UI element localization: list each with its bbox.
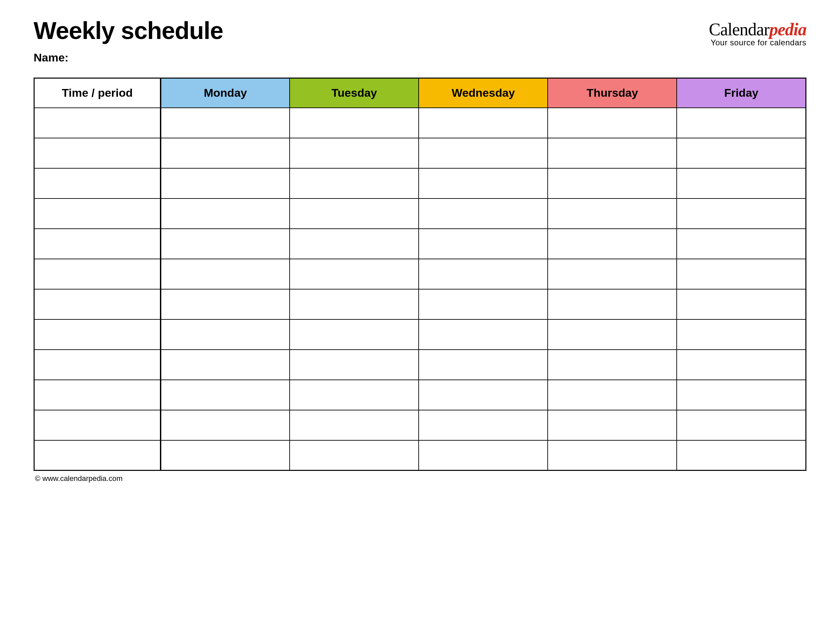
column-header-monday: Monday: [161, 78, 290, 108]
table-cell[interactable]: [418, 320, 548, 350]
title-block: Weekly schedule Name:: [33, 17, 223, 64]
table-cell[interactable]: [34, 350, 161, 380]
table-cell[interactable]: [161, 289, 290, 320]
table-cell[interactable]: [548, 440, 677, 471]
table-row: [34, 168, 806, 198]
table-cell[interactable]: [418, 380, 548, 410]
table-cell[interactable]: [418, 138, 548, 168]
table-row: [34, 320, 806, 350]
table-cell[interactable]: [290, 229, 418, 259]
table-cell[interactable]: [677, 198, 806, 229]
table-cell[interactable]: [418, 410, 548, 440]
table-row: [34, 440, 806, 471]
table-cell[interactable]: [677, 410, 806, 440]
table-cell[interactable]: [677, 229, 806, 259]
table-cell[interactable]: [548, 108, 677, 138]
table-row: [34, 198, 806, 229]
table-cell[interactable]: [677, 168, 806, 198]
table-cell[interactable]: [161, 440, 290, 471]
table-body: [34, 108, 806, 471]
table-cell[interactable]: [34, 138, 161, 168]
table-row: [34, 289, 806, 320]
table-cell[interactable]: [418, 168, 548, 198]
brand-tagline: Your source for calendars: [709, 38, 807, 47]
table-cell[interactable]: [34, 320, 161, 350]
column-header-tuesday: Tuesday: [290, 78, 418, 108]
table-cell[interactable]: [34, 440, 161, 471]
table-cell[interactable]: [548, 350, 677, 380]
column-header-wednesday: Wednesday: [418, 78, 548, 108]
table-cell[interactable]: [418, 259, 548, 289]
table-row: [34, 138, 806, 168]
table-cell[interactable]: [418, 108, 548, 138]
brand-logo-part1: Calendar: [709, 20, 769, 39]
table-cell[interactable]: [161, 320, 290, 350]
table-cell[interactable]: [161, 380, 290, 410]
table-row: [34, 350, 806, 380]
table-cell[interactable]: [290, 440, 418, 471]
table-cell[interactable]: [161, 259, 290, 289]
table-row: [34, 380, 806, 410]
table-cell[interactable]: [161, 350, 290, 380]
table-cell[interactable]: [290, 138, 418, 168]
table-cell[interactable]: [34, 168, 161, 198]
table-cell[interactable]: [290, 198, 418, 229]
table-cell[interactable]: [677, 108, 806, 138]
table-cell[interactable]: [290, 350, 418, 380]
table-cell[interactable]: [548, 198, 677, 229]
table-cell[interactable]: [34, 198, 161, 229]
column-header-time-period: Time / period: [34, 78, 161, 108]
table-cell[interactable]: [548, 320, 677, 350]
table-cell[interactable]: [161, 168, 290, 198]
table-cell[interactable]: [34, 229, 161, 259]
table-cell[interactable]: [548, 138, 677, 168]
footer-copyright: © www.calendarpedia.com: [33, 474, 807, 483]
table-cell[interactable]: [290, 168, 418, 198]
table-cell[interactable]: [290, 108, 418, 138]
column-header-thursday: Thursday: [548, 78, 677, 108]
table-cell[interactable]: [548, 168, 677, 198]
table-row: [34, 259, 806, 289]
table-cell[interactable]: [34, 410, 161, 440]
table-cell[interactable]: [677, 350, 806, 380]
table-cell[interactable]: [548, 229, 677, 259]
name-label: Name:: [33, 51, 223, 64]
schedule-table: Time / period Monday Tuesday Wednesday T…: [33, 77, 807, 471]
table-cell[interactable]: [34, 380, 161, 410]
table-cell[interactable]: [290, 320, 418, 350]
table-cell[interactable]: [677, 289, 806, 320]
table-cell[interactable]: [548, 410, 677, 440]
table-row: [34, 410, 806, 440]
table-header-row: Time / period Monday Tuesday Wednesday T…: [34, 78, 806, 108]
table-cell[interactable]: [418, 198, 548, 229]
brand-logo-part2: pedia: [769, 20, 807, 39]
table-cell[interactable]: [677, 440, 806, 471]
table-row: [34, 108, 806, 138]
column-header-friday: Friday: [677, 78, 806, 108]
table-cell[interactable]: [290, 289, 418, 320]
table-cell[interactable]: [161, 138, 290, 168]
table-cell[interactable]: [34, 259, 161, 289]
table-cell[interactable]: [677, 320, 806, 350]
table-cell[interactable]: [161, 229, 290, 259]
table-cell[interactable]: [418, 229, 548, 259]
table-cell[interactable]: [548, 380, 677, 410]
table-cell[interactable]: [290, 259, 418, 289]
table-cell[interactable]: [677, 259, 806, 289]
table-cell[interactable]: [548, 289, 677, 320]
table-cell[interactable]: [34, 289, 161, 320]
page-title: Weekly schedule: [33, 17, 223, 44]
table-cell[interactable]: [290, 410, 418, 440]
table-cell[interactable]: [677, 380, 806, 410]
table-cell[interactable]: [161, 108, 290, 138]
table-cell[interactable]: [34, 108, 161, 138]
table-cell[interactable]: [161, 410, 290, 440]
table-cell[interactable]: [290, 380, 418, 410]
table-cell[interactable]: [418, 440, 548, 471]
brand-logo: Calendarpedia: [709, 20, 807, 39]
table-cell[interactable]: [677, 138, 806, 168]
table-cell[interactable]: [418, 289, 548, 320]
table-cell[interactable]: [418, 350, 548, 380]
table-cell[interactable]: [161, 198, 290, 229]
table-cell[interactable]: [548, 259, 677, 289]
